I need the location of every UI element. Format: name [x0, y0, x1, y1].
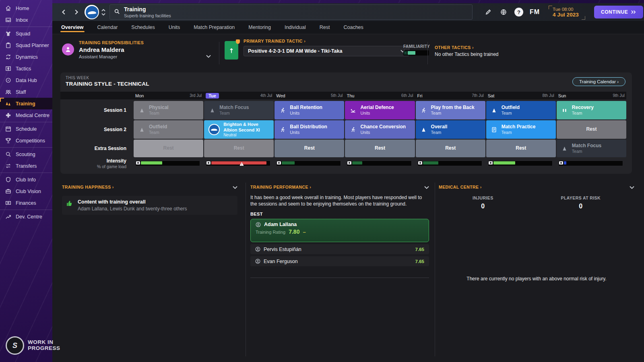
- intensity-bar[interactable]: [347, 160, 411, 166]
- session1-cell-sun[interactable]: RecoveryTeam: [557, 101, 626, 119]
- intensity-bar[interactable]: [135, 160, 200, 166]
- collapse-chevron-icon[interactable]: [424, 183, 429, 191]
- session1-cell-fri[interactable]: Play from the BackTeam: [416, 101, 485, 119]
- performance-row[interactable]: Pervis Estupiñán7.65: [250, 244, 429, 254]
- training-calendar-button[interactable]: Training Calendar ›: [572, 77, 625, 86]
- training-performance-heading[interactable]: TRAINING PERFORMANCE ›: [250, 185, 311, 189]
- back-button[interactable]: [58, 6, 70, 18]
- club-crest-icon[interactable]: [85, 5, 99, 19]
- sidebar-item-club-info[interactable]: Club Info: [0, 174, 52, 185]
- session2-cell-tue[interactable]: Brighton & Hove Albion Second XINeutral: [204, 120, 274, 139]
- session2-cell-thu[interactable]: Chance ConversionUnits: [345, 120, 415, 139]
- training-happiness-heading[interactable]: TRAINING HAPPINESS ›: [62, 185, 114, 189]
- session1-cell-sat[interactable]: OutfieldTeam: [486, 101, 556, 119]
- world-button[interactable]: [497, 6, 510, 18]
- performance-row[interactable]: Evan Ferguson7.65: [250, 256, 429, 266]
- day-name: Sat: [488, 93, 495, 98]
- extra-cell-sun[interactable]: Match FocusTeam: [557, 140, 626, 157]
- extra-cell-sat[interactable]: Rest: [486, 140, 556, 157]
- help-button[interactable]: ?: [513, 6, 525, 18]
- tab-mentoring[interactable]: Mentoring: [248, 25, 271, 34]
- intensity-bar[interactable]: [558, 160, 623, 166]
- sidebar-item-squad-planner[interactable]: Squad Planner: [0, 39, 52, 51]
- session2-cell-sun[interactable]: Rest: [557, 120, 626, 139]
- training-responsibilities[interactable]: TRAINING RESPONSIBILITIES Andrea Maldera…: [62, 40, 144, 59]
- session1-cell-mon[interactable]: PhysicalTeam: [134, 101, 203, 119]
- sidebar-item-dynamics[interactable]: Dynamics: [0, 51, 52, 63]
- sidebar-item-staff[interactable]: Staff: [0, 86, 52, 98]
- performance-summary: It has been a good week overall in train…: [250, 194, 429, 207]
- rating-trend-icon: –: [303, 229, 305, 235]
- sidebar-item-medical-centre[interactable]: Medical Centre: [0, 109, 52, 121]
- sidebar-item-transfers[interactable]: Transfers: [0, 160, 52, 172]
- intensity-handle-icon: [206, 161, 211, 165]
- sidebar-item-inbox[interactable]: Inbox: [0, 14, 52, 26]
- intensity-bar[interactable]: [206, 160, 270, 166]
- tab-match-preparation[interactable]: Match Preparation: [194, 25, 235, 34]
- intensity-bar[interactable]: [488, 160, 553, 166]
- session-subtitle: Units: [360, 130, 406, 135]
- tab-units[interactable]: Units: [169, 25, 180, 34]
- extra-cell-tue[interactable]: Rest: [204, 140, 274, 157]
- tab-schedules[interactable]: Schedules: [131, 25, 155, 34]
- session2-cell-mon[interactable]: OutfieldTeam: [134, 120, 203, 139]
- collapse-chevron-icon[interactable]: [630, 183, 634, 191]
- session-title: Match Focus: [219, 105, 249, 111]
- sidebar-item-training[interactable]: Training: [0, 98, 52, 109]
- session2-cell-fri[interactable]: OverallTeam: [416, 120, 485, 139]
- session1-cell-thu[interactable]: Aerial DefenceUnits: [345, 101, 415, 119]
- session2-cell-sat[interactable]: Match PracticeTeam: [486, 120, 556, 139]
- sidebar-item-finances[interactable]: Finances: [0, 197, 52, 209]
- sidebar-item-tactics[interactable]: Tactics: [0, 63, 52, 74]
- best-player-card[interactable]: Adam Lallana Training Rating 7.80 –: [250, 219, 429, 242]
- day-date: 9th Jul: [613, 93, 625, 98]
- tab-individual[interactable]: Individual: [285, 25, 306, 34]
- intensity-bar[interactable]: [276, 160, 341, 166]
- fm-logo[interactable]: FM: [530, 8, 540, 16]
- day-name: Fri: [417, 93, 423, 98]
- day-name: Wed: [276, 93, 285, 98]
- sidebar-item-club-vision[interactable]: Club Vision: [0, 185, 52, 197]
- continue-button[interactable]: CONTINUE: [594, 6, 643, 19]
- tab-rest[interactable]: Rest: [320, 25, 330, 34]
- extra-cell-thu[interactable]: Rest: [345, 140, 415, 157]
- primary-tactic-select[interactable]: Positive 4-2-3-1 DM AM Wide - Tiki-Taka: [244, 46, 409, 56]
- collapse-chevron-icon[interactable]: [233, 183, 237, 191]
- player-name: Pervis Estupiñán: [264, 247, 412, 252]
- other-tactics-section[interactable]: OTHER TACTICS › No other Tactics being t…: [435, 45, 499, 57]
- happiness-item-players: Adam Lallana, Lewis Dunk and twenty-thre…: [78, 206, 187, 212]
- session2-cell-wed[interactable]: Ball DistributionUnits: [275, 120, 344, 139]
- tactic-icon: [225, 41, 238, 60]
- session1-cell-wed[interactable]: Ball RetentionUnits: [275, 101, 344, 119]
- edit-button[interactable]: [482, 6, 494, 18]
- tab-calendar[interactable]: Calendar: [97, 25, 118, 34]
- sidebar-item-home[interactable]: Home: [0, 2, 52, 14]
- sidebar-item-dev-centre[interactable]: Dev. Centre: [0, 211, 52, 222]
- tab-coaches[interactable]: Coaches: [343, 25, 363, 34]
- intensity-cell-thu: [345, 158, 415, 169]
- sidebar-item-label: Staff: [16, 89, 26, 95]
- player-name: Evan Ferguson: [264, 259, 412, 264]
- tab-overview[interactable]: Overview: [61, 25, 84, 34]
- intensity-bar[interactable]: [417, 160, 482, 166]
- runner-icon: [420, 107, 427, 113]
- sidebar-item-scouting[interactable]: Scouting: [0, 148, 52, 160]
- session-title: Rest: [163, 146, 174, 151]
- sidebar-item-competitions[interactable]: Competitions: [0, 135, 52, 146]
- extra-cell-wed[interactable]: Rest: [275, 140, 344, 157]
- search-title-bar[interactable]: Training Superb training facilities: [109, 4, 473, 20]
- extra-cell-mon[interactable]: Rest: [134, 140, 203, 157]
- day-header-sat: Sat8th Jul: [486, 92, 556, 99]
- sidebar-item-data-hub[interactable]: Data Hub: [0, 74, 52, 86]
- happiness-item[interactable]: Content with training overall Adam Lalla…: [62, 196, 237, 215]
- team-stepper[interactable]: [101, 9, 105, 16]
- session-subtitle: Units: [290, 111, 322, 115]
- extra-cell-fri[interactable]: Rest: [416, 140, 485, 157]
- forward-button[interactable]: [70, 6, 82, 18]
- sidebar-item-schedule[interactable]: Schedule: [0, 123, 52, 135]
- medical-centre-heading[interactable]: MEDICAL CENTRE ›: [439, 185, 482, 189]
- session1-cell-tue[interactable]: Match FocusTeam: [204, 101, 274, 119]
- responsibilities-dropdown[interactable]: [206, 52, 211, 60]
- board-icon: [491, 127, 498, 133]
- sidebar-item-squad[interactable]: Squad: [0, 28, 52, 39]
